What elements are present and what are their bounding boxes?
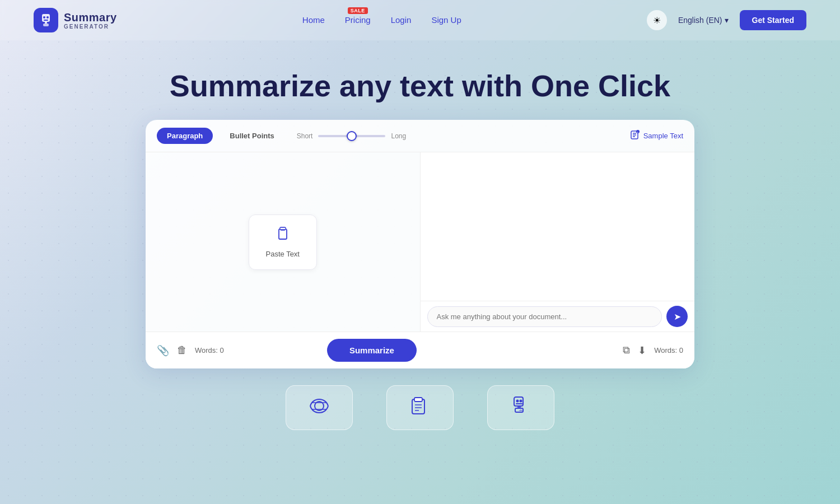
nav-login[interactable]: Login [391,15,412,25]
feature-3-icon [510,395,532,421]
trash-icon: 🗑 [177,344,187,356]
paste-text-button[interactable]: Paste Text [249,214,317,270]
sample-text-button[interactable]: + Sample Text [630,130,683,142]
card-toolbar: Paragraph Bullet Points Short Long + [146,120,694,152]
length-slider[interactable] [318,135,385,137]
slider-short-label: Short [297,132,313,140]
nav-signup[interactable]: Sign Up [431,15,461,25]
nav-right: ☀ English (EN) ▾ Get Started [647,10,806,30]
feature-2-icon [409,395,431,421]
feature-1-icon [308,395,330,421]
nav-pricing-link[interactable]: Pricing [345,15,371,25]
nav-login-link[interactable]: Login [391,15,412,25]
input-pane: Paste Text [146,152,421,332]
copy-button[interactable]: ⧉ [623,344,630,356]
main-card-wrapper: Paragraph Bullet Points Short Long + [134,120,706,368]
ask-input[interactable] [427,306,662,327]
download-button[interactable]: ⬇ [638,344,646,357]
sample-text-icon: + [630,130,640,142]
card-footer: 📎 🗑 Words: 0 Summarize ⧉ ⬇ Words: 0 [146,332,694,368]
nav-pricing[interactable]: SALE Pricing [345,15,371,25]
nav-home-link[interactable]: Home [302,15,325,25]
paste-icon [275,226,291,245]
delete-button[interactable]: 🗑 [177,344,187,356]
hero-section: Summarize any text with One Click [0,40,840,120]
theme-toggle-button[interactable]: ☀ [647,10,667,30]
logo-subtitle: Generator [64,24,117,30]
nav-signup-link[interactable]: Sign Up [431,15,461,25]
get-started-button[interactable]: Get Started [740,10,806,30]
svg-rect-3 [44,20,48,21]
feature-card-2 [386,385,454,430]
ask-input-area: ➤ [421,301,695,332]
attach-button[interactable]: 📎 [157,344,169,357]
feature-card-1 [286,385,353,430]
logo-icon [34,8,58,32]
summarize-button[interactable]: Summarize [327,339,417,362]
nav-links: Home SALE Pricing Login Sign Up [302,15,461,25]
chevron-down-icon: ▾ [725,16,729,25]
svg-rect-4 [45,22,47,24]
slider-long-label: Long [391,132,406,140]
output-content [421,152,695,301]
output-pane: ➤ [421,152,695,332]
language-label: English (EN) [678,16,722,25]
length-slider-area: Short Long [297,132,406,140]
output-word-count: Words: 0 [654,346,683,354]
features-row [0,368,840,430]
logo: Summary Generator [34,8,117,32]
svg-rect-5 [43,24,49,26]
download-icon: ⬇ [638,344,646,357]
nav-home[interactable]: Home [302,15,325,25]
navbar: Summary Generator Home SALE Pricing Logi… [0,0,840,40]
language-selector[interactable]: English (EN) ▾ [678,16,729,25]
input-word-count: Words: 0 [195,346,224,354]
paste-text-label: Paste Text [266,250,300,258]
sale-badge: SALE [348,7,368,14]
logo-text: Summary Generator [64,11,117,30]
ask-send-button[interactable]: ➤ [666,306,688,327]
sun-icon: ☀ [653,15,661,26]
svg-point-1 [43,16,45,18]
footer-left: 📎 🗑 Words: 0 [157,344,224,357]
svg-point-2 [46,16,49,18]
svg-rect-14 [280,227,286,230]
hero-title: Summarize any text with One Click [11,68,829,103]
send-icon: ➤ [674,311,681,322]
paperclip-icon: 📎 [157,344,169,357]
svg-point-24 [516,399,519,402]
svg-rect-26 [516,403,522,404]
logo-title: Summary [64,11,117,24]
copy-icon: ⧉ [623,344,630,356]
editor-area: Paste Text ➤ [146,152,694,332]
sample-text-label: Sample Text [643,132,683,140]
feature-card-3 [487,385,554,430]
svg-rect-19 [414,398,422,402]
main-card: Paragraph Bullet Points Short Long + [146,120,694,368]
footer-right: ⧉ ⬇ Words: 0 [623,344,683,357]
paragraph-tab[interactable]: Paragraph [157,128,213,144]
bullet-points-tab[interactable]: Bullet Points [220,128,284,144]
svg-point-25 [520,399,522,402]
